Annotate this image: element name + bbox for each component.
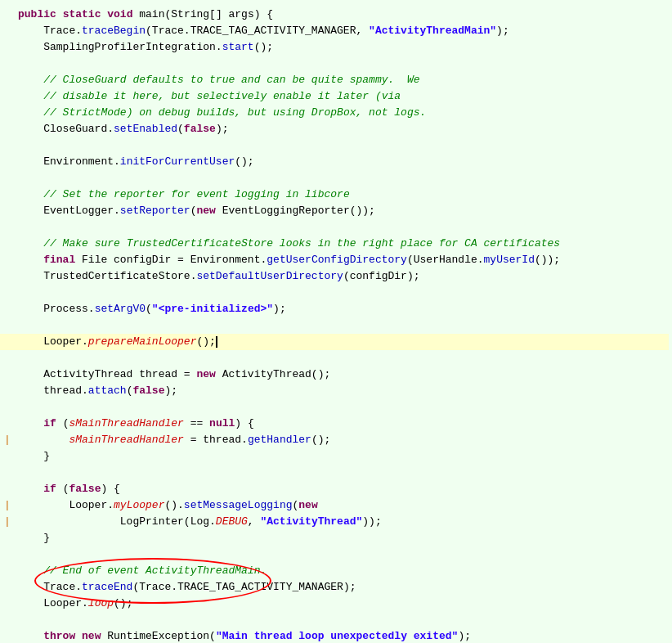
line-gutter <box>0 530 15 546</box>
line-content: if (sMainThreadHandler == null) { <box>15 416 669 432</box>
code-line <box>0 546 669 563</box>
line-gutter <box>0 105 15 121</box>
line-content: Trace.traceBegin(Trace.TRACE_TAG_ACTIVIT… <box>15 23 669 39</box>
code-line <box>0 399 669 416</box>
line-content: CloseGuard.setEnabled(false); <box>15 121 669 137</box>
code-line: | sMainThreadHandler = thread.getHandler… <box>0 432 669 448</box>
code-line: if (sMainThreadHandler == null) { <box>0 416 669 432</box>
code-line: } <box>0 530 669 546</box>
line-content <box>15 170 669 187</box>
line-content <box>15 137 669 154</box>
line-gutter <box>0 121 15 137</box>
line-gutter <box>0 39 15 56</box>
line-gutter <box>0 56 15 72</box>
line-gutter <box>0 23 15 39</box>
code-line: // StrictMode) on debug builds, but usin… <box>0 105 669 121</box>
line-gutter <box>0 628 15 643</box>
line-content <box>15 317 669 334</box>
line-content <box>15 612 669 628</box>
line-content: Looper.myLooper().setMessageLogging(new <box>15 497 669 514</box>
line-content: public static void main(String[] args) { <box>15 7 669 23</box>
code-line: // disable it here, but selectively enab… <box>0 88 669 105</box>
code-line: Looper.prepareMainLooper(); <box>0 334 669 350</box>
code-line: TrustedCertificateStore.setDefaultUserDi… <box>0 268 669 285</box>
line-gutter <box>0 546 15 563</box>
code-line: // End of event ActivityThreadMain. <box>0 563 669 579</box>
code-line: if (false) { <box>0 481 669 497</box>
line-gutter <box>0 7 15 23</box>
line-content: final File configDir = Environment.getUs… <box>15 252 669 268</box>
line-gutter <box>0 465 15 481</box>
line-content: // Set the reporter for event logging in… <box>15 187 669 203</box>
code-line: Looper.loop(); <box>0 596 669 612</box>
line-content: // disable it here, but selectively enab… <box>15 88 669 105</box>
code-line: Environment.initForCurrentUser(); <box>0 154 669 170</box>
line-gutter <box>0 252 15 268</box>
line-content: TrustedCertificateStore.setDefaultUserDi… <box>15 268 669 285</box>
line-gutter <box>0 596 15 612</box>
line-content <box>15 350 669 366</box>
line-gutter <box>0 563 15 579</box>
line-content: thread.attach(false); <box>15 383 669 399</box>
line-gutter <box>0 219 15 236</box>
line-content: Process.setArgV0("<pre-initialized>"); <box>15 301 669 317</box>
line-gutter <box>0 612 15 628</box>
line-content <box>15 56 669 72</box>
line-content: Trace.traceEnd(Trace.TRACE_TAG_ACTIVITY_… <box>15 579 669 596</box>
line-content: sMainThreadHandler = thread.getHandler()… <box>15 432 669 448</box>
line-content: // End of event ActivityThreadMain. <box>15 563 669 579</box>
line-content: ActivityThread thread = new ActivityThre… <box>15 366 669 383</box>
line-gutter: | <box>0 497 15 514</box>
code-line: | Looper.myLooper().setMessageLogging(ne… <box>0 497 669 514</box>
line-gutter <box>0 187 15 203</box>
line-gutter <box>0 203 15 219</box>
line-gutter <box>0 301 15 317</box>
code-line <box>0 56 669 72</box>
code-line: // Make sure TrustedCertificateStore loo… <box>0 236 669 252</box>
line-gutter <box>0 285 15 301</box>
code-line <box>0 465 669 481</box>
line-gutter <box>0 481 15 497</box>
code-line: EventLogger.setReporter(new EventLogging… <box>0 203 669 219</box>
line-gutter <box>0 170 15 187</box>
code-line: ActivityThread thread = new ActivityThre… <box>0 366 669 383</box>
code-line: final File configDir = Environment.getUs… <box>0 252 669 268</box>
line-content: } <box>15 530 669 546</box>
code-line: SamplingProfilerIntegration.start(); <box>0 39 669 56</box>
code-line: | LogPrinter(Log.DEBUG, "ActivityThread"… <box>0 514 669 530</box>
code-line: Trace.traceEnd(Trace.TRACE_TAG_ACTIVITY_… <box>0 579 669 596</box>
line-gutter <box>0 366 15 383</box>
code-line <box>0 350 669 366</box>
line-gutter <box>0 579 15 596</box>
code-line <box>0 137 669 154</box>
code-container: public static void main(String[] args) {… <box>0 0 672 643</box>
code-line: // Set the reporter for event logging in… <box>0 187 669 203</box>
line-content <box>15 399 669 416</box>
line-content: throw new RuntimeException("Main thread … <box>15 628 669 643</box>
code-line: CloseGuard.setEnabled(false); <box>0 121 669 137</box>
line-gutter: | <box>0 514 15 530</box>
line-content <box>15 285 669 301</box>
line-content <box>15 465 669 481</box>
line-gutter <box>0 88 15 105</box>
line-gutter <box>0 268 15 285</box>
line-content: Looper.loop(); <box>15 596 669 612</box>
line-content <box>15 219 669 236</box>
code-line: Trace.traceBegin(Trace.TRACE_TAG_ACTIVIT… <box>0 23 669 39</box>
code-line <box>0 285 669 301</box>
line-content <box>15 546 669 563</box>
line-gutter <box>0 154 15 170</box>
code-line <box>0 170 669 187</box>
code-line: Process.setArgV0("<pre-initialized>"); <box>0 301 669 317</box>
code-line <box>0 219 669 236</box>
line-gutter <box>0 137 15 154</box>
line-content: if (false) { <box>15 481 669 497</box>
code-line: public static void main(String[] args) { <box>0 7 669 23</box>
code-line: // CloseGuard defaults to true and can b… <box>0 72 669 88</box>
line-content: // StrictMode) on debug builds, but usin… <box>15 105 669 121</box>
line-gutter <box>0 334 15 350</box>
code-line <box>0 317 669 334</box>
line-content: // CloseGuard defaults to true and can b… <box>15 72 669 88</box>
line-gutter <box>0 448 15 465</box>
line-content: Environment.initForCurrentUser(); <box>15 154 669 170</box>
